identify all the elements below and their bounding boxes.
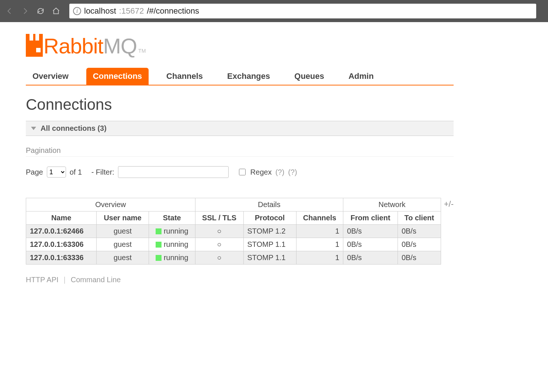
- col-group-network: Network: [343, 198, 441, 211]
- url-host: localhost: [84, 6, 116, 16]
- main-tabs: Overview Connections Channels Exchanges …: [26, 68, 454, 85]
- cell-fromclient: 0B/s: [343, 251, 398, 265]
- tab-exchanges[interactable]: Exchanges: [221, 68, 277, 85]
- page-select[interactable]: 1: [47, 167, 66, 178]
- pagination-controls: Page 1 of 1 - Filter: Regex (?)(?): [26, 166, 454, 178]
- col-ssl[interactable]: SSL / TLS: [195, 211, 243, 225]
- cell-protocol: STOMP 1.2: [243, 225, 296, 238]
- logo-tm: TM: [138, 48, 146, 54]
- state-running-icon: [156, 242, 162, 248]
- columns-toggle[interactable]: +/-: [444, 198, 454, 209]
- col-protocol[interactable]: Protocol: [243, 211, 296, 225]
- col-name[interactable]: Name: [26, 211, 97, 225]
- cell-toclient: 0B/s: [398, 238, 441, 251]
- cell-name[interactable]: 127.0.0.1:62466: [26, 225, 97, 238]
- state-running-icon: [156, 255, 162, 261]
- cell-protocol: STOMP 1.1: [243, 238, 296, 251]
- cell-channels: 1: [296, 225, 343, 238]
- connections-table: Overview Details Network Name User name …: [26, 198, 441, 265]
- tab-queues[interactable]: Queues: [288, 68, 331, 85]
- regex-label: Regex: [250, 168, 272, 176]
- col-state[interactable]: State: [149, 211, 195, 225]
- rabbitmq-logo[interactable]: RabbitMQ TM: [26, 31, 454, 57]
- table-row: 127.0.0.1:63336 guest running ○ STOMP 1.…: [26, 251, 441, 265]
- cell-ssl: ○: [195, 225, 243, 238]
- rabbitmq-logo-mark: [26, 34, 43, 57]
- link-command-line[interactable]: Command Line: [71, 276, 121, 284]
- col-fromclient[interactable]: From client: [343, 211, 398, 225]
- cell-user: guest: [97, 251, 149, 265]
- url-path: /#/connections: [147, 6, 199, 16]
- page-of: of 1: [70, 168, 82, 176]
- filter-label: - Filter:: [91, 168, 114, 176]
- state-running-icon: [156, 228, 162, 234]
- collapse-icon: [31, 127, 36, 130]
- browser-chrome: i localhost:15672/#/connections: [0, 0, 548, 22]
- cell-channels: 1: [296, 238, 343, 251]
- url-bar[interactable]: i localhost:15672/#/connections: [69, 4, 536, 18]
- cell-toclient: 0B/s: [398, 225, 441, 238]
- cell-state: running: [149, 225, 195, 238]
- cell-name[interactable]: 127.0.0.1:63306: [26, 238, 97, 251]
- tab-overview[interactable]: Overview: [26, 68, 75, 85]
- cell-protocol: STOMP 1.1: [243, 251, 296, 265]
- home-icon[interactable]: [51, 6, 61, 16]
- section-all-connections[interactable]: All connections (3): [26, 121, 454, 136]
- footer-links: HTTP API | Command Line: [26, 276, 454, 284]
- cell-state: running: [149, 251, 195, 265]
- cell-fromclient: 0B/s: [343, 225, 398, 238]
- back-icon[interactable]: [4, 6, 15, 16]
- cell-channels: 1: [296, 251, 343, 265]
- cell-fromclient: 0B/s: [343, 238, 398, 251]
- cell-name[interactable]: 127.0.0.1:63336: [26, 251, 97, 265]
- page-label: Page: [26, 168, 43, 176]
- cell-ssl: ○: [195, 238, 243, 251]
- site-info-icon[interactable]: i: [73, 7, 81, 15]
- tab-admin[interactable]: Admin: [342, 68, 380, 85]
- pagination-heading: Pagination: [26, 146, 454, 157]
- col-group-details: Details: [195, 198, 343, 211]
- tab-channels[interactable]: Channels: [160, 68, 209, 85]
- col-group-overview: Overview: [26, 198, 195, 211]
- cell-toclient: 0B/s: [398, 251, 441, 265]
- regex-checkbox[interactable]: [239, 169, 246, 175]
- col-toclient[interactable]: To client: [398, 211, 441, 225]
- page-title: Connections: [26, 96, 454, 113]
- cell-user: guest: [97, 225, 149, 238]
- regex-help-2[interactable]: (?): [288, 168, 297, 176]
- cell-state: running: [149, 238, 195, 251]
- link-http-api[interactable]: HTTP API: [26, 276, 59, 284]
- logo-text-rabbit: Rabbit: [44, 34, 103, 58]
- regex-help-1[interactable]: (?): [275, 168, 284, 176]
- logo-text-mq: MQ: [103, 34, 137, 58]
- col-channels[interactable]: Channels: [296, 211, 343, 225]
- tab-connections[interactable]: Connections: [86, 68, 149, 85]
- footer-separator: |: [64, 276, 66, 284]
- cell-ssl: ○: [195, 251, 243, 265]
- section-label: All connections (3): [41, 124, 107, 133]
- col-user[interactable]: User name: [97, 211, 149, 225]
- cell-user: guest: [97, 238, 149, 251]
- filter-input[interactable]: [118, 166, 229, 178]
- forward-icon[interactable]: [20, 6, 30, 16]
- url-port: :15672: [119, 6, 144, 16]
- table-row: 127.0.0.1:62466 guest running ○ STOMP 1.…: [26, 225, 441, 238]
- table-row: 127.0.0.1:63306 guest running ○ STOMP 1.…: [26, 238, 441, 251]
- reload-icon[interactable]: [35, 6, 46, 16]
